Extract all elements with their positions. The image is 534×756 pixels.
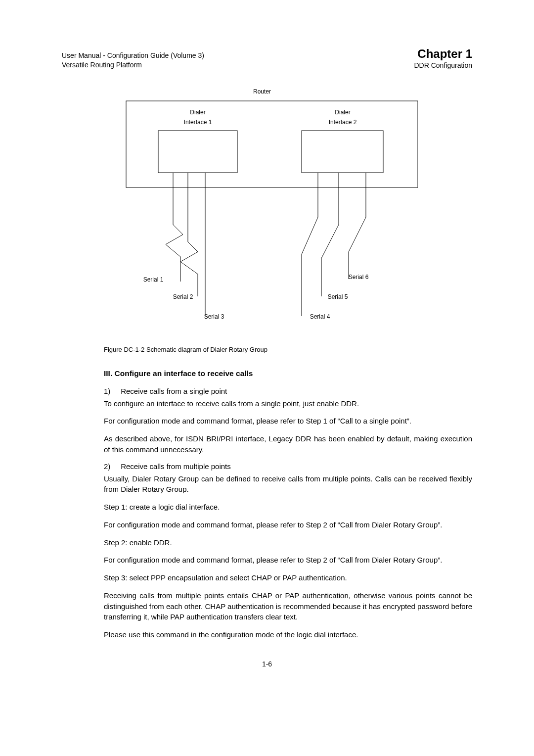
list-item-2: 2) Receive calls from multiple points (104, 462, 472, 471)
serial2-line (180, 188, 198, 274)
paragraph: For configuration mode and command forma… (104, 555, 472, 566)
dialer1-label1: Dialer (190, 109, 205, 116)
serial4-line (302, 188, 318, 316)
dialer1-box (158, 131, 237, 173)
figure-number: Figure DC-1-2 (104, 346, 144, 353)
paragraph: Step 2: enable DDR. (104, 537, 472, 548)
paragraph: Step 3: select PPP encapsulation and sel… (104, 572, 472, 583)
header-right: Chapter 1 DDR Configuration (414, 47, 473, 70)
serial4-label: Serial 4 (310, 313, 330, 320)
header-left: User Manual - Configuration Guide (Volum… (62, 51, 204, 70)
serial2-label: Serial 2 (173, 293, 193, 300)
paragraph: As described above, for ISDN BRI/PRI int… (104, 433, 472, 455)
diagram-router-label: Router (253, 88, 271, 95)
diagram-container: Router Dialer Interface 1 Dialer Interfa… (106, 86, 472, 335)
header-left-line2: Versatile Routing Platform (62, 60, 204, 70)
page-number: 1-6 (62, 660, 472, 668)
list-item-2-num: 2) (104, 462, 119, 471)
list-item-1-text: Receive calls from a single point (121, 387, 227, 395)
paragraph: Receiving calls from multiple points ent… (104, 590, 472, 622)
page-header: User Manual - Configuration Guide (Volum… (62, 47, 472, 71)
dialer2-label2: Interface 2 (329, 119, 357, 126)
router-box (126, 101, 418, 188)
chapter-title: Chapter 1 (414, 47, 473, 61)
dialer1-label2: Interface 1 (184, 119, 212, 126)
paragraph: Usually, Dialer Rotary Group can be defi… (104, 473, 472, 495)
dialer2-label1: Dialer (335, 109, 350, 116)
serial6-line (349, 188, 366, 279)
list-item-1: 1) Receive calls from a single point (104, 387, 472, 395)
serial5-label: Serial 5 (328, 293, 348, 300)
serial1-line (166, 188, 183, 257)
section-heading: III. Configure an interface to receive c… (104, 369, 472, 378)
dialer2-box (302, 131, 383, 173)
paragraph: For configuration mode and command forma… (104, 416, 472, 426)
paragraph: Please use this command in the configura… (104, 629, 472, 640)
header-left-line1: User Manual - Configuration Guide (Volum… (62, 51, 204, 60)
serial3-label: Serial 3 (204, 313, 224, 320)
page-container: User Manual - Configuration Guide (Volum… (0, 0, 534, 698)
paragraph: For configuration mode and command forma… (104, 520, 472, 530)
serial1-label: Serial 1 (143, 276, 164, 283)
serial5-line (321, 188, 339, 296)
serial6-label: Serial 6 (349, 274, 369, 281)
chapter-subtitle: DDR Configuration (414, 61, 473, 70)
paragraph: Step 1: create a logic dial interface. (104, 502, 472, 513)
figure-caption: Figure DC-1-2 Schematic diagram of Diale… (104, 346, 472, 353)
dialer-rotary-diagram: Router Dialer Interface 1 Dialer Interfa… (106, 86, 418, 333)
list-item-1-num: 1) (104, 387, 119, 395)
figure-text: Schematic diagram of Dialer Rotary Group (144, 346, 267, 353)
list-item-2-text: Receive calls from multiple points (121, 462, 231, 471)
paragraph: To configure an interface to receive cal… (104, 398, 472, 409)
